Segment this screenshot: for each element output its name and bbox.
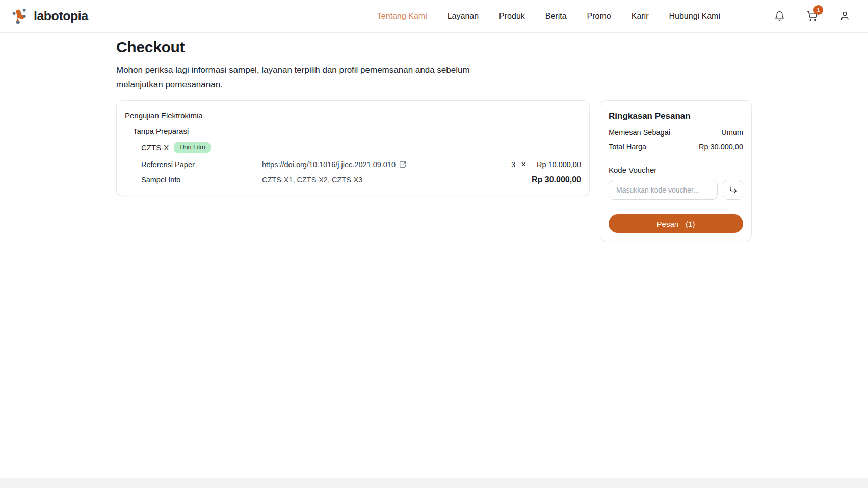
sample-info-label: Sampel Info bbox=[141, 176, 262, 184]
nav-item-layanan[interactable]: Layanan bbox=[448, 12, 479, 21]
order-as-label: Memesan Sebagai bbox=[609, 128, 670, 137]
quantity-price-group: 3 ✕ Rp 10.000,00 bbox=[511, 160, 581, 169]
main-content: Checkout Mohon periksa lagi informasi sa… bbox=[0, 33, 868, 478]
header: labotopia Tentang Kami Layanan Produk Be… bbox=[0, 0, 868, 33]
sample-info-value: CZTS-X1, CZTS-X2, CZTS-X3 bbox=[262, 176, 532, 184]
external-link-icon bbox=[399, 161, 406, 168]
reference-paper-row: Referensi Paper https://doi.org/10.1016/… bbox=[141, 160, 581, 169]
nav-item-karir[interactable]: Karir bbox=[632, 12, 649, 21]
order-card: Pengujian Elektrokimia Tanpa Preparasi C… bbox=[116, 100, 590, 196]
place-order-label: Pesan bbox=[657, 220, 679, 228]
multiply-icon: ✕ bbox=[521, 160, 527, 168]
sample-type-badge: Thin Film bbox=[174, 142, 210, 153]
user-icon bbox=[839, 11, 850, 21]
place-order-count: (1) bbox=[686, 220, 695, 228]
service-name: Pengujian Elektrokimia bbox=[125, 111, 581, 120]
nav-item-promo[interactable]: Promo bbox=[587, 12, 611, 21]
bell-icon bbox=[774, 11, 785, 21]
nav-item-berita[interactable]: Berita bbox=[545, 12, 567, 21]
total-price-label: Total Harga bbox=[609, 143, 646, 151]
brand-logo-icon bbox=[11, 7, 31, 26]
sample-info-row: Sampel Info CZTS-X1, CZTS-X2, CZTS-X3 Rp… bbox=[141, 175, 581, 184]
voucher-apply-button[interactable] bbox=[723, 180, 743, 200]
reference-paper-link[interactable]: https://doi.org/10.1016/j.jiec.2021.09.0… bbox=[262, 160, 396, 169]
sample-name: CZTS-X bbox=[141, 143, 169, 152]
total-price-row: Total Harga Rp 30.000,00 bbox=[609, 143, 743, 151]
footer-strip bbox=[0, 478, 868, 488]
brand-logo[interactable]: labotopia bbox=[11, 7, 88, 26]
brand-name: labotopia bbox=[34, 9, 88, 23]
notifications-button[interactable] bbox=[773, 10, 785, 22]
page-title: Checkout bbox=[116, 39, 752, 56]
account-button[interactable] bbox=[838, 10, 851, 22]
page-subtitle: Mohon periksa lagi informasi sampel, lay… bbox=[116, 63, 496, 92]
voucher-label: Kode Voucher bbox=[609, 166, 743, 174]
summary-divider-bottom bbox=[609, 207, 743, 207]
summary-title: Ringkasan Pesanan bbox=[609, 111, 743, 121]
subtotal-price: Rp 30.000,00 bbox=[532, 175, 581, 184]
unit-price: Rp 10.000,00 bbox=[537, 160, 581, 169]
place-order-button[interactable]: Pesan (1) bbox=[609, 214, 743, 233]
order-summary-card: Ringkasan Pesanan Memesan Sebagai Umum T… bbox=[600, 100, 752, 241]
order-as-value: Umum bbox=[721, 128, 743, 137]
order-as-row: Memesan Sebagai Umum bbox=[609, 128, 743, 137]
quantity-value: 3 bbox=[511, 160, 515, 169]
cart-badge: 1 bbox=[813, 5, 823, 15]
total-price-value: Rp 30.000,00 bbox=[699, 143, 743, 151]
main-nav: Tentang Kami Layanan Produk Berita Promo… bbox=[377, 12, 720, 21]
voucher-input[interactable] bbox=[609, 180, 718, 200]
corner-down-right-icon bbox=[729, 185, 738, 194]
header-icons: 1 bbox=[773, 10, 851, 22]
reference-paper-label: Referensi Paper bbox=[141, 160, 262, 169]
nav-item-tentang-kami[interactable]: Tentang Kami bbox=[377, 12, 427, 21]
preparation-name: Tanpa Preparasi bbox=[133, 127, 581, 135]
cart-button[interactable]: 1 bbox=[806, 10, 818, 22]
nav-item-hubungi-kami[interactable]: Hubungi Kami bbox=[669, 12, 721, 21]
nav-item-produk[interactable]: Produk bbox=[499, 12, 525, 21]
summary-divider-top bbox=[609, 158, 743, 158]
